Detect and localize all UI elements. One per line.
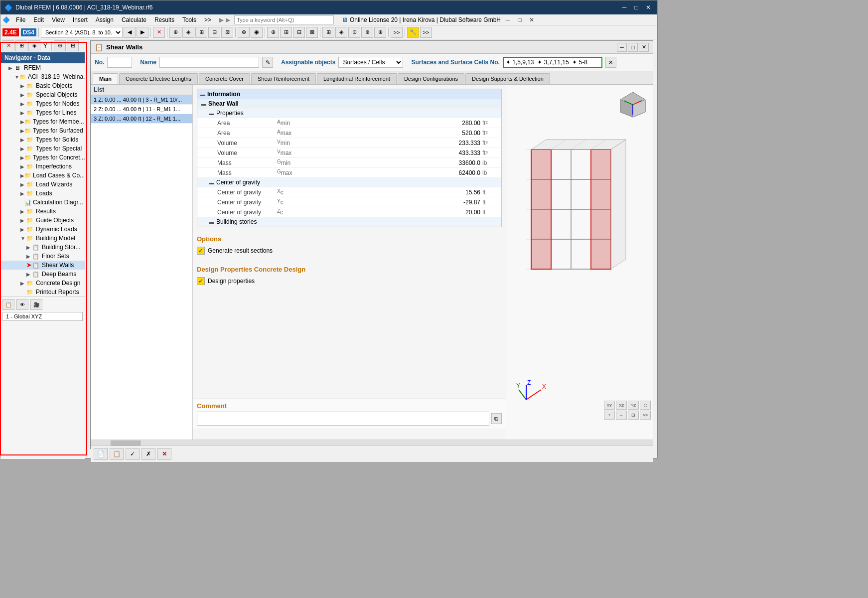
nav-deep-beams[interactable]: ▶ 📋 Deep Beams: [0, 270, 85, 279]
tab-concrete-cover[interactable]: Concrete Cover: [199, 73, 250, 84]
dialog-minimize[interactable]: ─: [617, 43, 627, 52]
tb2-btn-4[interactable]: ⊛: [54, 40, 66, 51]
prev-btn[interactable]: ◀: [124, 27, 136, 38]
nav-load-wizards[interactable]: ▶ 📁 Load Wizards: [0, 180, 85, 189]
tb-btn-4[interactable]: ⊟: [208, 27, 220, 38]
view-ctrl-more[interactable]: >>: [640, 411, 651, 420]
menu-tools[interactable]: Tools: [178, 15, 200, 24]
next-btn[interactable]: ▶: [137, 27, 148, 38]
tb2-btn-5[interactable]: ⊞: [67, 40, 79, 51]
nav-types-lines[interactable]: ▶ 📁 Types for Lines: [0, 108, 85, 117]
delete-btn[interactable]: ✕: [153, 27, 165, 38]
nav-types-concrete[interactable]: ▶ 📁 Types for Concret...: [0, 153, 85, 162]
cog-collapse[interactable]: ▬: [209, 180, 214, 185]
surfaces-input[interactable]: [503, 57, 602, 68]
nav-concrete-design[interactable]: ▶ 📁 Concrete Design: [0, 279, 85, 288]
tb-btn-10[interactable]: ⊟: [293, 27, 305, 38]
view-ctrl-minus[interactable]: −: [616, 411, 627, 420]
props-collapse[interactable]: ▬: [209, 111, 214, 116]
tb-btn-2[interactable]: ◈: [182, 27, 194, 38]
tb-btn-8[interactable]: ⊕: [267, 27, 279, 38]
tb-btn-14[interactable]: ⊙: [348, 27, 360, 38]
tb-highlight[interactable]: 🔧: [407, 27, 419, 38]
close-btn[interactable]: ✕: [643, 3, 653, 12]
menu-results[interactable]: Results: [150, 15, 178, 24]
tb-btn-13[interactable]: ◈: [335, 27, 347, 38]
nav-add-btn[interactable]: 📋: [2, 299, 14, 310]
tb-btn-11[interactable]: ⊠: [306, 27, 318, 38]
scroll-area[interactable]: [91, 440, 653, 446]
tb2-btn-2[interactable]: ⊞: [15, 40, 27, 51]
view-ctrl-plus[interactable]: +: [604, 411, 615, 420]
minimize-btn[interactable]: ─: [619, 3, 629, 12]
list-item-3[interactable]: 3 Z: 0.00 ... 40.00 ft | 12 - R_M1 1...: [91, 114, 192, 124]
bldgstories-collapse[interactable]: ▬: [209, 219, 214, 225]
tb-btn-6[interactable]: ⊛: [238, 27, 250, 38]
maximize-btn[interactable]: □: [631, 3, 641, 12]
nav-rfem[interactable]: ▶ 🖥 RFEM: [0, 63, 85, 72]
nav-building-model[interactable]: ▼ 📁 Building Model: [0, 234, 85, 243]
nav-guide-objects[interactable]: ▶ 📁 Guide Objects: [0, 216, 85, 225]
bottom-btn-new[interactable]: 📄: [94, 448, 108, 460]
tab-design-supports[interactable]: Design Supports & Deflection: [465, 73, 550, 84]
tb-btn-9[interactable]: ⊞: [280, 27, 292, 38]
tb-btn-3[interactable]: ⊞: [195, 27, 207, 38]
menu-assign[interactable]: Assign: [92, 15, 118, 24]
tab-shear-reinforcement[interactable]: Shear Reinforcement: [251, 73, 316, 84]
view-ctrl-iso[interactable]: ⬡: [640, 401, 651, 410]
nav-imperfections[interactable]: ▶ 📁 Imperfections: [0, 162, 85, 171]
nav-building-stories[interactable]: ▶ 📋 Building Stor...: [0, 243, 85, 252]
tb-btn-7[interactable]: ◉: [251, 27, 263, 38]
nav-project[interactable]: ▼ 📁 ACI_318-19_Webina...: [0, 72, 85, 81]
tb2-btn-1[interactable]: ✕: [2, 40, 14, 51]
nav-basic-objects[interactable]: ▶ 📁 Basic Objects: [0, 81, 85, 90]
tb-btn-15[interactable]: ⊛: [361, 27, 373, 38]
nav-special-objects[interactable]: ▶ 📁 Special Objects: [0, 90, 85, 99]
nav-dynamic-loads[interactable]: ▶ 📁 Dynamic Loads: [0, 225, 85, 234]
nav-floor-sets[interactable]: ▶ 📋 Floor Sets: [0, 252, 85, 261]
menu-edit[interactable]: Edit: [29, 15, 48, 24]
nav-load-cases[interactable]: ▶ 📁 Load Cases & Co...: [0, 171, 85, 180]
online-minimize[interactable]: ─: [503, 15, 513, 24]
menu-more[interactable]: >>: [200, 15, 215, 24]
nav-types-surfaces[interactable]: ▶ 📁 Types for Surfaced: [0, 126, 85, 135]
scrollbar-thumb[interactable]: [111, 441, 141, 446]
menu-view[interactable]: View: [48, 15, 69, 24]
info-collapse-btn[interactable]: ▬: [200, 92, 205, 97]
online-close[interactable]: ✕: [527, 15, 537, 24]
bottom-btn-check[interactable]: ✓: [126, 448, 140, 460]
nav-types-special[interactable]: ▶ 📁 Types for Special: [0, 144, 85, 153]
nav-cam-btn[interactable]: 🎥: [30, 299, 42, 310]
nav-printout[interactable]: ▶ 📁 Printout Reports: [0, 288, 85, 297]
view-ctrl-fit[interactable]: ⊡: [628, 411, 639, 420]
nav-types-members[interactable]: ▶ 📁 Types for Membe...: [0, 117, 85, 126]
tb-btn-12[interactable]: ⊞: [322, 27, 334, 38]
dialog-close[interactable]: ✕: [639, 43, 649, 52]
nav-eye-btn[interactable]: 👁: [16, 299, 28, 310]
tb-more2[interactable]: >>: [420, 27, 432, 38]
nav-shear-walls[interactable]: ➤ 📋 Shear Walls: [0, 261, 85, 270]
shearwall-collapse[interactable]: ▬: [201, 101, 206, 107]
view-ctrl-xz[interactable]: XZ: [616, 401, 627, 410]
assignable-select[interactable]: Surfaces / Cells: [338, 57, 403, 68]
menu-insert[interactable]: Insert: [69, 15, 92, 24]
menu-file[interactable]: File: [12, 15, 29, 24]
tb-btn-5[interactable]: ⊠: [221, 27, 233, 38]
no-input[interactable]: [107, 57, 132, 68]
tb-btn-16[interactable]: ⊕: [374, 27, 386, 38]
tab-longitudinal[interactable]: Longitudinal Reinforcement: [317, 73, 397, 84]
list-item-1[interactable]: 1 Z: 0.00 ... 40.00 ft | 3 - R_M1 10/...: [91, 95, 192, 105]
comment-copy-btn[interactable]: ⧉: [491, 413, 502, 424]
surfaces-clear-btn[interactable]: ✕: [605, 57, 616, 68]
tb-btn-1[interactable]: ⊕: [169, 27, 181, 38]
keyword-search[interactable]: [234, 15, 334, 24]
tb-more[interactable]: >>: [391, 27, 403, 38]
nav-results[interactable]: ▶ 📁 Results: [0, 207, 85, 216]
bottom-btn-uncheck[interactable]: ✗: [142, 448, 155, 460]
list-item-2[interactable]: 2 Z: 0.00 ... 40.00 ft | 11 - R_M1 1...: [91, 105, 192, 114]
view-ctrl-xy[interactable]: XY: [604, 401, 615, 410]
nav-types-solids[interactable]: ▶ 📁 Types for Solids: [0, 135, 85, 144]
dialog-maximize[interactable]: □: [628, 43, 638, 52]
menu-calculate[interactable]: Calculate: [118, 15, 150, 24]
nav-calc-diagram[interactable]: ▶ 📊 Calculation Diagr...: [0, 198, 85, 207]
